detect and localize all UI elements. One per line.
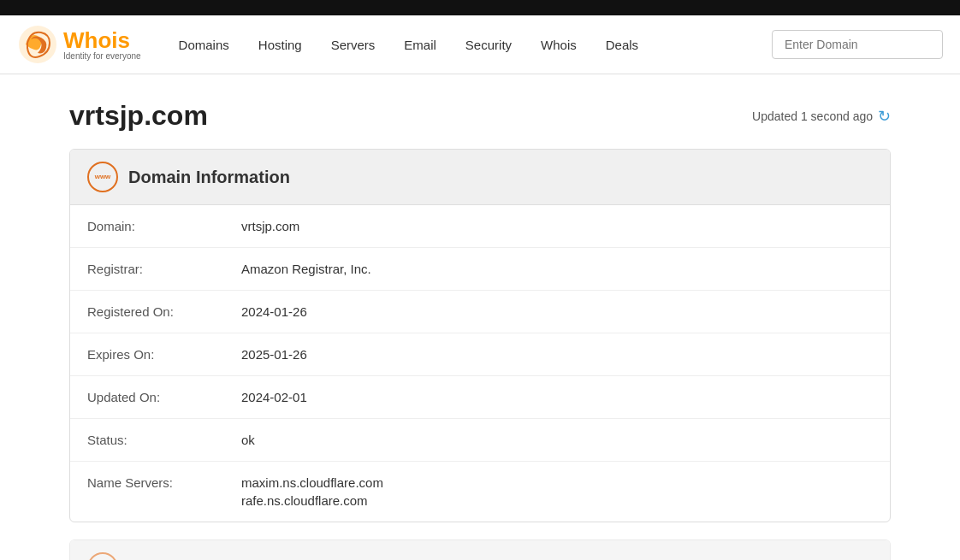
label-registrar: Registrar: (87, 262, 241, 276)
nav-whois[interactable]: Whois (529, 31, 589, 59)
second-www-icon: www (87, 552, 118, 560)
updated-text: Updated 1 second ago (752, 109, 873, 123)
nav-security[interactable]: Security (453, 31, 524, 59)
logo[interactable]: Whois Identity for everyone (17, 24, 141, 65)
value-nameservers: maxim.ns.cloudflare.com rafe.ns.cloudfla… (241, 475, 873, 508)
second-card-header: www (70, 540, 890, 560)
value-domain: vrtsjp.com (241, 219, 873, 233)
table-row: Updated On: 2024-02-01 (70, 376, 890, 419)
www-label: www (95, 174, 111, 180)
nav-links: Domains Hosting Servers Email Security W… (167, 31, 772, 59)
nav-email[interactable]: Email (392, 31, 448, 59)
card-body: Domain: vrtsjp.com Registrar: Amazon Reg… (70, 205, 890, 522)
updated-info: Updated 1 second ago ↻ (752, 107, 891, 126)
label-expires-on: Expires On: (87, 347, 241, 362)
nav-domains[interactable]: Domains (167, 31, 241, 59)
top-bar (0, 0, 960, 15)
refresh-icon[interactable]: ↻ (878, 107, 891, 126)
nameserver-1: maxim.ns.cloudflare.com (241, 475, 873, 490)
logo-tagline: Identity for everyone (63, 51, 141, 61)
domain-header: vrtsjp.com Updated 1 second ago ↻ (69, 100, 891, 132)
domain-title: vrtsjp.com (69, 100, 208, 132)
card-header: www Domain Information (70, 150, 890, 205)
value-status: ok (241, 433, 873, 447)
second-info-card: www (69, 539, 891, 560)
label-status: Status: (87, 433, 241, 447)
value-registered-on: 2024-01-26 (241, 304, 873, 319)
domain-search-input[interactable] (772, 30, 943, 59)
label-domain: Domain: (87, 219, 241, 233)
logo-text: Whois Identity for everyone (63, 29, 141, 61)
main-content: vrtsjp.com Updated 1 second ago ↻ www Do… (52, 74, 908, 560)
nav-hosting[interactable]: Hosting (246, 31, 314, 59)
table-row: Name Servers: maxim.ns.cloudflare.com ra… (70, 462, 890, 522)
table-row: Registrar: Amazon Registrar, Inc. (70, 248, 890, 291)
nav-deals[interactable]: Deals (594, 31, 650, 59)
domain-info-card: www Domain Information Domain: vrtsjp.co… (69, 149, 891, 522)
nav-servers[interactable]: Servers (319, 31, 388, 59)
value-updated-on: 2024-02-01 (241, 390, 873, 404)
value-expires-on: 2025-01-26 (241, 347, 873, 362)
value-registrar: Amazon Registrar, Inc. (241, 262, 873, 276)
logo-whois-label: Whois (63, 29, 141, 51)
card-title: Domain Information (128, 168, 290, 187)
table-row: Expires On: 2025-01-26 (70, 333, 890, 376)
label-nameservers: Name Servers: (87, 475, 241, 490)
nameserver-2: rafe.ns.cloudflare.com (241, 493, 873, 508)
www-icon: www (87, 162, 118, 192)
navbar: Whois Identity for everyone Domains Host… (0, 15, 960, 74)
table-row: Registered On: 2024-01-26 (70, 291, 890, 333)
table-row: Status: ok (70, 419, 890, 462)
label-updated-on: Updated On: (87, 390, 241, 404)
logo-icon (17, 24, 58, 65)
table-row: Domain: vrtsjp.com (70, 205, 890, 248)
label-registered-on: Registered On: (87, 304, 241, 319)
